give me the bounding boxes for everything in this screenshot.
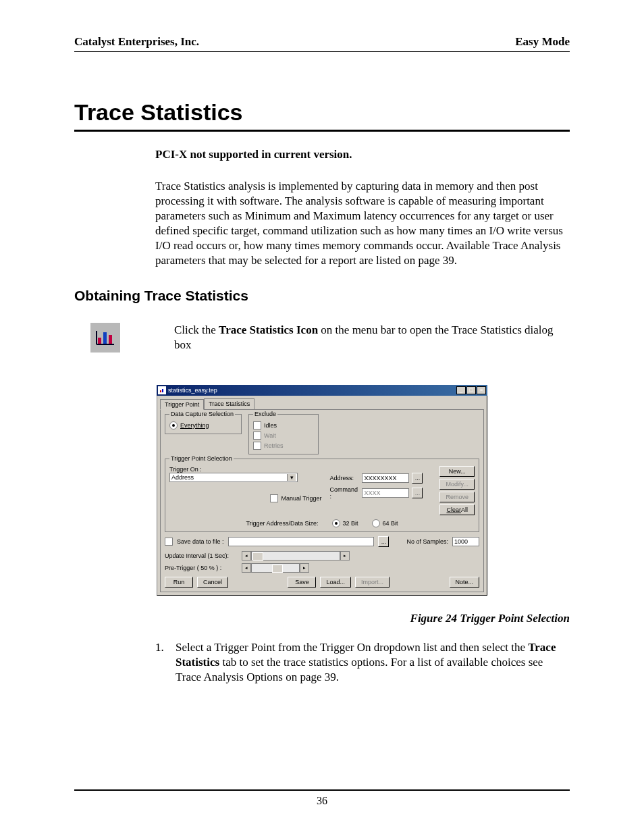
svg-rect-5 <box>160 390 161 392</box>
svg-rect-2 <box>109 335 112 344</box>
remove-button: Remove <box>439 492 475 502</box>
tab-trace-statistics[interactable]: Trace Statistics <box>204 398 254 409</box>
address-input[interactable] <box>362 473 409 483</box>
intro-paragraph: Trace Statistics analysis is implemented… <box>155 179 570 269</box>
arrow-right-icon[interactable]: ▸ <box>340 551 350 561</box>
instruction-bold: Trace Statistics Icon <box>219 323 318 336</box>
samples-input[interactable] <box>452 537 479 546</box>
checkbox-save-to-file[interactable] <box>165 538 173 546</box>
modify-button: Modify... <box>439 479 475 490</box>
checkbox-idles[interactable] <box>253 421 261 429</box>
command-input <box>362 488 409 498</box>
trigger-on-select[interactable]: Address ▾ <box>169 473 298 482</box>
checkbox-manual-trigger[interactable] <box>270 494 278 502</box>
page-title: Trace Statistics <box>74 99 570 132</box>
group-trigger-title: Trigger Point Selection <box>169 455 234 462</box>
dialog-window: statistics_easy.tep _ □ × Trigger Point … <box>157 385 487 596</box>
step-number: 1. <box>155 640 176 685</box>
checkbox-retries <box>253 442 261 450</box>
app-icon <box>158 386 166 394</box>
cancel-button[interactable]: Cancel <box>197 577 228 588</box>
label-save-to-file: Save data to file : <box>177 538 224 545</box>
command-label: Command : <box>329 486 359 500</box>
radio-everything[interactable] <box>169 421 178 429</box>
import-button: Import... <box>355 577 390 588</box>
checkbox-wait <box>253 432 261 440</box>
radio-64bit[interactable] <box>372 519 380 527</box>
note-button[interactable]: Note... <box>450 577 480 588</box>
close-button[interactable]: × <box>477 386 486 394</box>
label-64bit: 64 Bit <box>383 520 398 527</box>
header-left: Catalyst Enterprises, Inc. <box>74 35 199 49</box>
address-label: Address: <box>329 475 359 481</box>
arrow-left-icon[interactable]: ◂ <box>242 551 251 561</box>
run-button[interactable]: Run <box>165 577 193 588</box>
arrow-left-icon[interactable]: ◂ <box>242 563 251 573</box>
dialog-title: statistics_easy.tep <box>168 387 217 394</box>
arrow-right-icon[interactable]: ▸ <box>300 563 309 573</box>
clear-all-button[interactable]: Clear All <box>439 504 475 515</box>
tab-trigger-point[interactable]: Trigger Point <box>160 399 204 410</box>
section-heading: Obtaining Trace Statistics <box>74 288 570 304</box>
group-data-capture-title: Data Capture Selection <box>169 411 235 417</box>
pre-trigger-slider[interactable]: ◂ ▸ <box>242 563 309 573</box>
command-browse-button: ... <box>412 488 423 498</box>
save-browse-button[interactable]: ... <box>378 536 389 547</box>
update-interval-label: Update Interval (1 Sec): <box>165 552 239 559</box>
address-browse-button[interactable]: ... <box>412 473 423 484</box>
dialog-titlebar[interactable]: statistics_easy.tep _ □ × <box>157 385 487 396</box>
trigger-on-label: Trigger On : <box>169 466 324 473</box>
header-right: Easy Mode <box>515 35 570 49</box>
svg-rect-0 <box>98 338 101 344</box>
warning-note: PCI-X not supported in current version. <box>155 148 570 161</box>
label-wait: Wait <box>264 432 276 439</box>
group-exclude-title: Exclude <box>253 411 277 417</box>
label-manual-trigger: Manual Trigger <box>281 495 321 502</box>
label-everything: Everything <box>180 422 209 429</box>
maximize-button[interactable]: □ <box>466 386 476 394</box>
instruction-text: Click the Trace Statistics Icon on the m… <box>174 323 570 353</box>
trace-statistics-icon <box>90 323 120 353</box>
label-idles: Idles <box>264 422 277 429</box>
trigger-addr-label: Trigger Address/Data Size: <box>246 520 318 527</box>
save-path-input[interactable] <box>228 537 375 546</box>
update-interval-slider[interactable]: ◂ ▸ <box>242 551 350 561</box>
step1-pre: Select a Trigger Point from the Trigger … <box>176 641 528 654</box>
instruction-pre: Click the <box>174 323 219 336</box>
new-button[interactable]: New... <box>439 466 475 477</box>
label-retries: Retries <box>264 442 284 449</box>
pre-trigger-label: Pre-Trigger ( 50 % ) : <box>165 565 239 571</box>
page-number: 36 <box>0 795 644 807</box>
load-button[interactable]: Load... <box>320 577 351 588</box>
footer-rule <box>74 789 570 791</box>
label-32bit: 32 Bit <box>343 520 358 527</box>
minimize-button[interactable]: _ <box>456 386 466 394</box>
svg-rect-6 <box>162 389 163 392</box>
trigger-on-value: Address <box>171 474 194 481</box>
save-button[interactable]: Save <box>288 577 316 588</box>
svg-rect-1 <box>103 332 107 344</box>
radio-32bit[interactable] <box>332 519 340 527</box>
chevron-down-icon: ▾ <box>287 474 296 481</box>
samples-label: No of Samples: <box>406 538 448 545</box>
figure-caption: Figure 24 Trigger Point Selection <box>74 612 570 625</box>
step-text: Select a Trigger Point from the Trigger … <box>176 640 570 685</box>
step1-post: tab to set the trace statistics options.… <box>176 656 543 683</box>
